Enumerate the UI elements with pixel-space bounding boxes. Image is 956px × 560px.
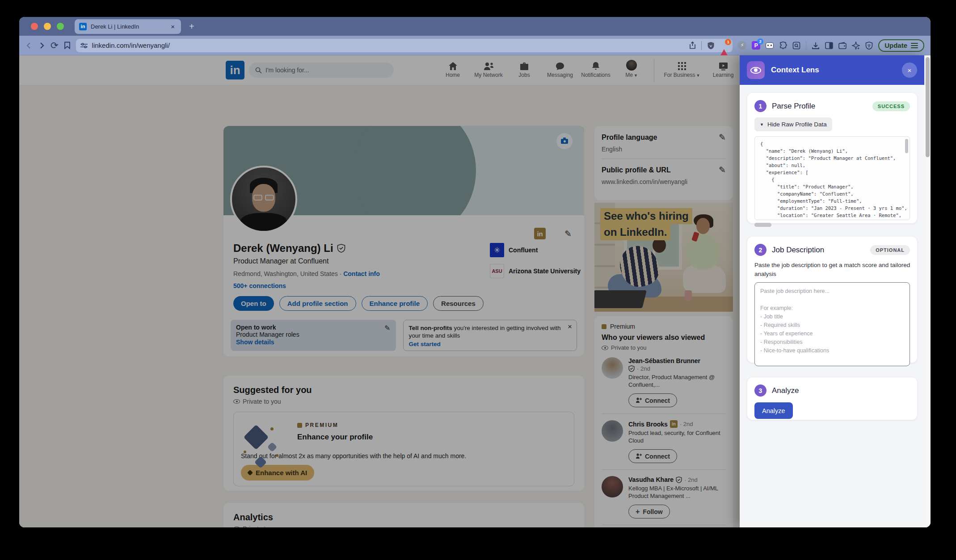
resources-button[interactable]: Resources <box>433 296 484 311</box>
nav-item-jobs[interactable]: Jobs <box>506 57 542 78</box>
sidebar-icon[interactable] <box>825 42 833 49</box>
url-text[interactable]: linkedin.com/in/wenyangli/ <box>92 42 690 49</box>
nav-item-messaging[interactable]: Messaging <box>542 57 578 78</box>
analyze-button[interactable]: Analyze <box>754 402 793 419</box>
profile-photo[interactable] <box>230 166 297 233</box>
bookmark-icon[interactable] <box>64 42 71 49</box>
toggle-raw-data-button[interactable]: ▼ Hide Raw Profile Data <box>754 117 832 131</box>
connect-button[interactable]: Connect <box>628 393 677 407</box>
optional-badge: OPTIONAL <box>870 245 910 255</box>
edit-url-pencil-icon[interactable]: ✎ <box>719 165 726 175</box>
verified-shield-icon <box>337 244 345 253</box>
context-lens-panel: Context Lens × 1 Parse Profile SUCCESS ▼… <box>740 55 924 527</box>
current-company-link[interactable]: ✳ Confluent <box>490 243 581 257</box>
add-profile-section-button[interactable]: Add profile section <box>279 296 356 311</box>
public-url-value: www.linkedin.com/in/wenyangli <box>602 178 726 185</box>
chevron-down-icon: ▼ <box>696 73 700 78</box>
vpn-shield-icon[interactable] <box>865 42 873 50</box>
back-icon[interactable] <box>25 42 33 49</box>
contact-info-link[interactable]: Contact info <box>343 270 380 277</box>
viewer-name[interactable]: Chris Brooks <box>628 421 668 428</box>
person-plus-icon <box>636 397 642 403</box>
follow-button[interactable]: + Follow <box>628 505 670 518</box>
open-to-work-roles: Product Manager roles <box>236 331 391 338</box>
json-horizontal-scrollbar[interactable] <box>754 223 771 227</box>
profile-headline: Product Manager at Confluent <box>233 257 484 265</box>
zoom-window-button[interactable] <box>57 23 64 30</box>
analyze-card: 3 Analyze Analyze <box>747 377 917 420</box>
nav-item-learning[interactable]: Learning <box>705 57 741 78</box>
nav-item-notifications[interactable]: Notifications <box>578 57 614 78</box>
leo-ai-icon[interactable] <box>852 42 860 50</box>
minimize-window-button[interactable] <box>44 23 51 30</box>
json-vertical-scrollbar[interactable] <box>905 139 908 153</box>
menu-icon[interactable] <box>911 42 918 50</box>
brave-shields-icon[interactable] <box>707 42 715 50</box>
avatar[interactable] <box>602 476 623 497</box>
reload-icon[interactable]: ⟳ <box>51 41 59 50</box>
show-details-link[interactable]: Show details <box>236 339 391 346</box>
premium-sparkle-icon <box>241 425 284 474</box>
open-to-button[interactable]: Open to <box>233 296 274 311</box>
site-settings-icon[interactable] <box>80 43 88 48</box>
home-icon <box>448 60 458 71</box>
search-tabs-icon[interactable] <box>792 42 800 50</box>
avatar[interactable] <box>602 420 623 442</box>
ad-banner[interactable]: See who's hiring on LinkedIn. <box>594 203 733 312</box>
close-window-button[interactable] <box>31 23 38 30</box>
edit-open-to-work-pencil-icon[interactable]: ✎ <box>384 324 390 332</box>
wallet-icon[interactable] <box>838 42 847 49</box>
tab-close-icon[interactable]: × <box>169 23 177 30</box>
update-button[interactable]: Update <box>878 39 924 52</box>
enhance-profile-button[interactable]: Enhance profile <box>362 296 428 311</box>
forward-icon[interactable] <box>38 42 45 49</box>
extension-p-icon[interactable]: P 2 <box>752 41 760 50</box>
extensions-icon[interactable] <box>779 42 787 50</box>
viewer-name[interactable]: Jean-Sébastien Brunner <box>628 357 726 364</box>
suggested-title: Suggested for you <box>233 385 574 395</box>
brave-rewards-icon[interactable]: 1 <box>720 42 728 50</box>
premium-in-badge: in <box>534 228 546 239</box>
nonprofit-bold: Tell non-profits <box>409 325 452 331</box>
job-description-help-text: Paste the job description to get a match… <box>754 261 912 279</box>
ai-extension-icon[interactable] <box>766 42 774 49</box>
speedreader-icon[interactable]: ⚡ <box>738 41 746 50</box>
page-scrollbar-thumb[interactable] <box>926 57 930 157</box>
premium-in-badge: in <box>670 420 678 428</box>
viewer-row: Vasudha Khare · 2nd Kellogg MBA | Ex-Mic… <box>602 476 726 518</box>
panel-close-button[interactable]: × <box>902 63 917 78</box>
nav-item-home[interactable]: Home <box>435 57 471 78</box>
window-controls <box>31 23 64 30</box>
page-scrollbar-track[interactable] <box>924 55 931 527</box>
browser-tab-bar: in Derek Li | LinkedIn × + <box>19 17 931 36</box>
viewer-row: Jean-Sébastien Brunner · 2nd Director, P… <box>602 357 726 407</box>
person-plus-icon <box>636 453 642 459</box>
downloads-icon[interactable] <box>812 42 820 50</box>
raw-profile-data-box[interactable]: { "name": "Derek (Wenyang) Li", "descrip… <box>754 136 910 220</box>
viewer-name[interactable]: Vasudha Khare <box>628 476 674 483</box>
search-icon <box>255 67 262 74</box>
browser-tab[interactable]: in Derek Li | LinkedIn × <box>75 19 181 34</box>
connections-link[interactable]: 500+ connections <box>233 282 484 289</box>
education-link[interactable]: ASU Arizona State University <box>490 264 581 278</box>
confluent-logo: ✳ <box>490 243 504 257</box>
edit-intro-pencil-icon[interactable]: ✎ <box>564 229 572 239</box>
avatar[interactable] <box>602 357 623 379</box>
nav-item-for-business[interactable]: For Business▼ <box>659 57 705 78</box>
get-started-link[interactable]: Get started <box>409 340 571 348</box>
edit-language-pencil-icon[interactable]: ✎ <box>719 132 726 142</box>
linkedin-search-input[interactable]: I'm looking for... <box>249 63 394 78</box>
connect-button[interactable]: Connect <box>628 449 677 463</box>
nav-item-me[interactable]: Me▼ <box>614 57 649 78</box>
close-icon[interactable]: × <box>568 323 572 330</box>
linkedin-logo[interactable]: in <box>226 61 244 79</box>
job-description-textarea[interactable] <box>754 282 910 366</box>
premium-square-icon <box>297 423 302 428</box>
address-bar[interactable]: linkedin.com/in/wenyangli/ 1 <box>76 39 733 52</box>
nav-item-my-network[interactable]: My Network <box>471 57 506 78</box>
edit-cover-camera-button[interactable] <box>556 133 573 149</box>
share-icon[interactable] <box>689 42 696 49</box>
public-url-title: Public profile & URL <box>602 166 671 174</box>
new-tab-button[interactable]: + <box>189 21 194 32</box>
step-title: Analyze <box>772 386 910 395</box>
